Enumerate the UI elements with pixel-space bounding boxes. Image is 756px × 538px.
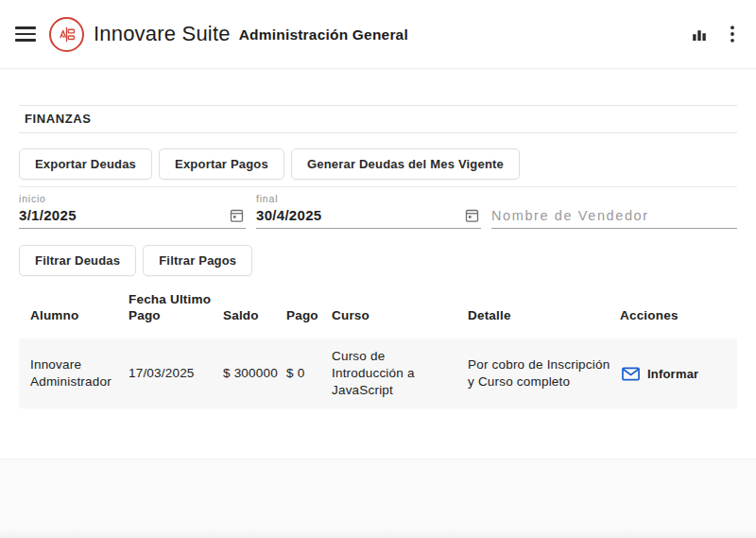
cell-acciones: Informar bbox=[620, 337, 737, 408]
end-date-input[interactable] bbox=[256, 207, 463, 223]
mail-icon bbox=[622, 367, 640, 381]
start-date-field: inicio bbox=[19, 193, 246, 229]
innovare-logo-icon bbox=[49, 17, 84, 52]
col-header-alumno: Alumno bbox=[19, 282, 129, 337]
export-debts-button[interactable]: Exportar Deudas bbox=[19, 148, 152, 180]
inform-button-label: Informar bbox=[647, 367, 698, 381]
kebab-menu-icon[interactable] bbox=[726, 21, 739, 47]
calendar-icon[interactable] bbox=[228, 208, 246, 223]
filter-payments-button[interactable]: Filtrar Pagos bbox=[143, 245, 252, 276]
app-title: Innovare Suite bbox=[94, 22, 231, 46]
app-header: Innovare Suite Administración General bbox=[0, 0, 756, 69]
cell-pago: $ 0 bbox=[286, 337, 332, 408]
col-header-detalle: Detalle bbox=[468, 282, 620, 337]
col-header-fecha-ultimo-pago: Fecha Ultimo Pago bbox=[129, 282, 223, 337]
cell-curso: Curso de Introducción a JavaScript bbox=[332, 337, 468, 408]
filter-debts-button[interactable]: Filtrar Deudas bbox=[19, 245, 136, 276]
cell-alumno: Innovare Administrador bbox=[19, 337, 129, 408]
cell-saldo: $ 300000 bbox=[223, 337, 286, 408]
cell-fecha-ultimo-pago: 17/03/2025 bbox=[129, 337, 223, 408]
bar-chart-icon[interactable] bbox=[686, 21, 713, 47]
col-header-saldo: Saldo bbox=[223, 282, 286, 337]
generate-debts-button[interactable]: Generar Deudas del Mes Vigente bbox=[291, 148, 520, 180]
filters-row: inicio final bbox=[19, 193, 737, 229]
page-footer bbox=[0, 459, 756, 538]
table-header-row: Alumno Fecha Ultimo Pago Saldo Pago Curs… bbox=[19, 282, 737, 337]
app-subtitle: Administración General bbox=[239, 26, 408, 43]
vendor-name-input[interactable] bbox=[491, 207, 737, 223]
calendar-icon[interactable] bbox=[463, 208, 481, 223]
export-toolbar: Exportar Deudas Exportar Pagos Generar D… bbox=[19, 148, 737, 180]
section-title-finanzas: FINANZAS bbox=[19, 105, 737, 133]
col-header-acciones: Acciones bbox=[620, 282, 737, 337]
finance-table: Alumno Fecha Ultimo Pago Saldo Pago Curs… bbox=[19, 282, 737, 408]
main-content: FINANZAS Exportar Deudas Exportar Pagos … bbox=[0, 69, 756, 408]
app-window: Innovare Suite Administración General FI… bbox=[0, 0, 756, 538]
export-payments-button[interactable]: Exportar Pagos bbox=[159, 148, 284, 180]
inform-button[interactable]: Informar bbox=[620, 363, 700, 385]
divider bbox=[19, 186, 737, 187]
vendor-name-field bbox=[491, 193, 737, 229]
col-header-curso: Curso bbox=[332, 282, 468, 337]
cell-detalle: Por cobro de Inscripción y Curso complet… bbox=[468, 337, 620, 408]
start-date-input[interactable] bbox=[19, 207, 228, 223]
end-date-field: final bbox=[256, 193, 481, 229]
table-row: Innovare Administrador 17/03/2025 $ 3000… bbox=[19, 337, 737, 408]
menu-hamburger-icon[interactable] bbox=[15, 26, 36, 42]
filter-toolbar: Filtrar Deudas Filtrar Pagos bbox=[19, 245, 737, 276]
start-date-label: inicio bbox=[19, 193, 246, 204]
col-header-pago: Pago bbox=[286, 282, 332, 337]
end-date-label: final bbox=[256, 193, 481, 204]
